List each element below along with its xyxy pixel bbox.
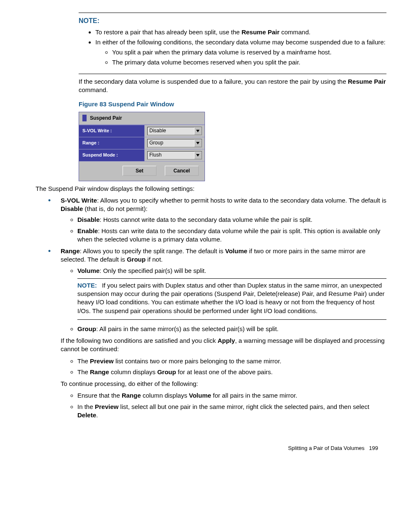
row-suspend-mode: Suspend Mode : Flush [79,149,205,161]
suspend-mode-label: Suspend Mode : [79,149,145,161]
suspend-mode-select[interactable]: Flush [147,151,202,159]
dropdown-button[interactable] [194,152,202,159]
note-bullets: To restore a pair that has already been … [79,28,386,67]
range-select[interactable]: Group [147,139,202,147]
set-button[interactable]: Set [123,166,156,176]
svol-sublist: Disable: Hosts cannot write data to the … [61,216,386,244]
suspend-mode-value: Flush [149,152,161,158]
range-sublist-1: Volume: Only the specified pair(s) will … [61,267,386,334]
setting-range: Range: Allows you to specify the split r… [48,247,386,419]
chevron-down-icon [196,130,200,132]
dropdown-button[interactable] [194,139,202,147]
condition-list: The Preview list contains two or more pa… [61,357,386,377]
window-titlebar: Suspend Pair [79,112,205,124]
note-bullet-1: To restore a pair that has already been … [95,28,386,36]
continue-1: Ensure that the Range column displays Vo… [77,391,386,400]
suspend-pair-window: Suspend Pair S-VOL Write : Disable Range… [79,112,205,181]
continue-2: In the Preview list, select all but one … [77,403,386,420]
svol-write-value: Disable [149,127,166,134]
button-row: Set Cancel [79,161,205,181]
continue-list: Ensure that the Range column displays Vo… [61,391,386,419]
note-sub-1: You split a pair when the primary data v… [112,48,386,57]
window-title: Suspend Pair [90,115,122,121]
svol-write-label: S-VOL Write : [79,125,145,137]
condition-2: The Range column displays Group for at l… [77,368,386,376]
row-range: Range : Group [79,137,205,149]
svol-disable: Disable: Hosts cannot write data to the … [77,216,386,224]
settings-intro: The Suspend Pair window displays the fol… [36,185,386,193]
footer-section: Splitting a Pair of Data Volumes [288,445,365,451]
condition-1: The Preview list contains two or more pa… [77,357,386,365]
range-label: Range : [79,137,145,149]
inner-note-label: NOTE: [77,282,97,289]
figure-caption: Figure 83 Suspend Pair Window [79,100,386,108]
note-box-top: NOTE: To restore a pair that has already… [79,13,386,74]
chevron-down-icon [196,154,200,157]
settings-list: S-VOL Write: Allows you to specify wheth… [48,196,386,419]
cancel-button[interactable]: Cancel [165,166,199,176]
condition-intro: If the following two conditions are sati… [61,337,386,354]
svol-write-select[interactable]: Disable [147,127,202,135]
range-volume: Volume: Only the specified pair(s) will … [77,267,386,320]
footer-page-number: 199 [369,445,378,451]
title-square-icon [82,115,87,121]
note-heading: NOTE: [79,16,386,26]
range-group: Group: All pairs in the same mirror(s) a… [77,325,386,333]
chevron-down-icon [196,142,200,144]
svol-enable: Enable: Hosts can write data to the seco… [77,227,386,244]
page-footer: Splitting a Pair of Data Volumes 199 [13,445,386,452]
inner-note-text: If you select pairs with Duplex status a… [77,282,385,314]
note-sub-2: The primary data volume becomes reserved… [112,58,386,67]
dropdown-button[interactable] [194,127,202,135]
note-sub-bullets: You split a pair when the primary data v… [95,48,386,67]
after-note-para: If the secondary data volume is suspende… [79,77,386,95]
inner-note-box: NOTE:If you select pairs with Duplex sta… [77,278,386,320]
note-bullet-2: In either of the following conditions, t… [95,38,386,67]
continue-intro: To continue processing, do either of the… [61,380,386,388]
range-value: Group [149,139,163,146]
row-svol-write: S-VOL Write : Disable [79,125,205,137]
setting-svol: S-VOL Write: Allows you to specify wheth… [48,196,386,244]
